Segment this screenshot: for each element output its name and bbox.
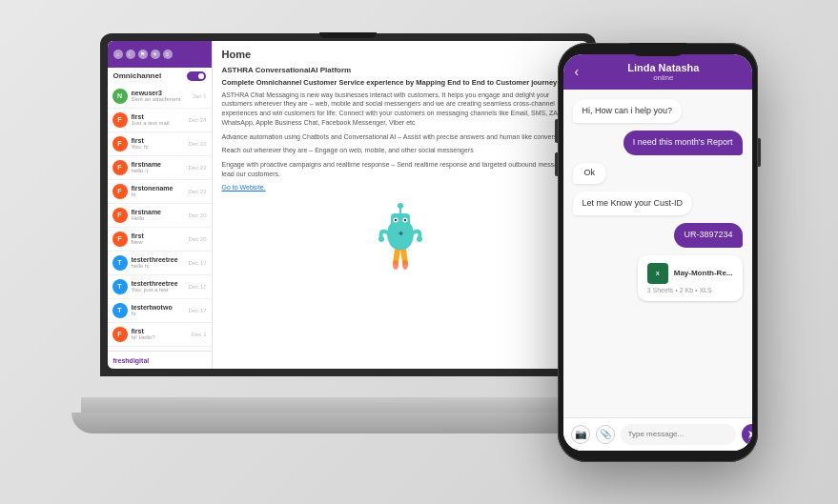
main-content: Home ASTHRA ConversationalAI Platform Co… [213, 41, 588, 369]
laptop-bezel: ⌂ ☾ ⚑ ✦ ≡ Omnichannel N newuser3 Sent an… [100, 33, 596, 376]
sidebar-item-8[interactable]: T testerthreetree You: just a test Dec 1… [108, 275, 212, 299]
message-bubble-2: I need this month's Report [623, 131, 743, 155]
icon-contacts[interactable]: ✦ [151, 50, 160, 59]
svg-point-4 [394, 219, 396, 221]
svg-point-12 [402, 260, 408, 270]
file-attachment: X May-Month-Re... 3 Sheets • 2 Kb • XLS [638, 255, 743, 301]
sidebar-items-list: N newuser3 Sent an attachment Jan 1 F fi… [108, 85, 212, 347]
sidebar-item-preview: Just a test mail [132, 120, 185, 126]
svg-point-9 [417, 236, 422, 242]
file-attachment-inner: X May-Month-Re... [647, 263, 733, 284]
sidebar-item-name: firstname [132, 161, 185, 168]
icon-bell[interactable]: ⚑ [138, 50, 148, 59]
avatar: F [112, 232, 128, 247]
sidebar-item-name: first [132, 328, 188, 334]
sidebar-item-preview: Hello [132, 215, 185, 221]
main-para-4: Engage with proactive campaigns and real… [222, 160, 579, 179]
phone-contact-name: Linda Natasha [586, 62, 740, 73]
sidebar-item-2[interactable]: F first You: hi Dec 22 [108, 132, 212, 156]
avatar: F [112, 184, 128, 199]
main-website-link[interactable]: Go to Website. [222, 184, 579, 191]
main-subtitle: ASTHRA ConversationalAI Platform [222, 66, 579, 74]
laptop: ⌂ ☾ ⚑ ✦ ≡ Omnichannel N newuser3 Sent an… [81, 33, 615, 472]
phone-screen: ‹ Linda Natasha online Hi, How can i hel… [563, 54, 752, 451]
sidebar-item-date: Dec 20 [188, 236, 206, 242]
svg-point-11 [393, 260, 399, 270]
main-para-2: Advance automation using Chatbots and Co… [222, 132, 579, 142]
sidebar-item-info: testertwotwo hi [132, 304, 185, 316]
sidebar-item-name: testerthreetree [132, 280, 185, 287]
sidebar-item-name: firstname [132, 209, 185, 215]
sidebar-item-preview: hello hi [132, 263, 185, 269]
sidebar-item-preview: hello :) [132, 168, 185, 173]
sidebar-toggle[interactable] [187, 71, 206, 81]
laptop-screen: ⌂ ☾ ⚑ ✦ ≡ Omnichannel N newuser3 Sent an… [108, 41, 588, 369]
sidebar-header-icons: ⌂ ☾ ⚑ ✦ ≡ [113, 50, 173, 59]
phone-bezel: ‹ Linda Natasha online Hi, How can i hel… [558, 43, 758, 462]
sidebar-item-6[interactable]: F first New Dec 20 [108, 228, 212, 252]
sidebar-item-date: Dec 24 [188, 117, 206, 123]
icon-home[interactable]: ⌂ [113, 50, 123, 59]
sidebar-item-info: testerthreetree hello hi [132, 256, 185, 269]
avatar: F [112, 327, 128, 342]
sidebar-item-5[interactable]: F firstname Hello Dec 20 [108, 204, 212, 228]
avatar: T [112, 303, 128, 318]
sidebar-item-name: firstonename [132, 185, 185, 192]
sidebar-item-date: Dec 1 [192, 332, 207, 337]
sidebar-item-10[interactable]: F first hi! Hello? Dec 1 [108, 323, 212, 347]
attachment-icon[interactable]: 📎 [596, 425, 615, 444]
sidebar-item-3[interactable]: F firstname hello :) Dec 22 [108, 156, 212, 180]
main-title: Home [222, 49, 579, 60]
sidebar-item-0[interactable]: N newuser3 Sent an attachment Jan 1 [108, 85, 212, 109]
svg-point-7 [398, 203, 403, 209]
sidebar-item-info: first hi! Hello? [132, 328, 188, 340]
phone-messages-list: Hi, How can i help you? I need this mont… [563, 90, 752, 417]
avatar: F [112, 208, 128, 223]
message-bubble-1: Hi, How can i help you? [573, 99, 683, 124]
phone-contact-info: Linda Natasha online [586, 62, 740, 82]
sidebar-item-name: testertwotwo [132, 304, 185, 311]
phone-chat-header: ‹ Linda Natasha online [563, 54, 752, 90]
main-para-1: ASTHRA Chat Messaging is new way busines… [222, 91, 579, 128]
sidebar-title-row: Omnichannel [108, 68, 212, 85]
sidebar-item-9[interactable]: T testertwotwo hi Dec 17 [108, 299, 212, 323]
avatar: N [112, 89, 128, 104]
sidebar-item-name: first [132, 232, 185, 239]
sidebar-item-info: newuser3 Sent an attachment [132, 90, 189, 102]
sidebar-item-date: Jan 1 [193, 93, 207, 99]
main-bold-text: Complete Omnichannel Customer Service ex… [222, 78, 579, 87]
sidebar-item-7[interactable]: T testerthreetree hello hi Dec 17 [108, 252, 212, 275]
sidebar-item-preview: hi [132, 311, 185, 316]
svg-text:✦: ✦ [397, 230, 403, 238]
sidebar-item-preview: hi! Hello? [132, 334, 188, 340]
laptop-bottom [72, 413, 624, 433]
svg-point-5 [403, 219, 405, 221]
sidebar-item-date: Dec 17 [188, 308, 206, 313]
laptop-camera-notch [319, 32, 377, 38]
file-meta: 3 Sheets • 2 Kb • XLS [647, 287, 733, 293]
sidebar-item-info: firstname Hello [132, 209, 185, 221]
sidebar-item-4[interactable]: F firstonename hi Dec 22 [108, 180, 212, 204]
sidebar-item-date: Dec 17 [188, 260, 206, 266]
xls-file-icon: X [647, 263, 668, 284]
phone-back-button[interactable]: ‹ [575, 64, 580, 79]
sidebar-item-info: firstonename hi [132, 185, 185, 197]
camera-icon[interactable]: 📷 [571, 425, 590, 444]
message-input[interactable] [621, 424, 736, 445]
sidebar-item-1[interactable]: F first Just a test mail Dec 24 [108, 109, 212, 132]
icon-settings[interactable]: ≡ [163, 50, 173, 59]
sidebar-logo: freshdigital [113, 357, 150, 364]
icon-chat[interactable]: ☾ [126, 50, 135, 59]
sidebar-item-preview: New [132, 239, 185, 245]
sidebar-item-date: Dec 22 [188, 189, 206, 194]
sidebar: ⌂ ☾ ⚑ ✦ ≡ Omnichannel N newuser3 Sent an… [108, 41, 213, 369]
sidebar-header: ⌂ ☾ ⚑ ✦ ≡ [108, 41, 212, 68]
phone-vol-up-button [555, 119, 558, 143]
sidebar-item-date: Dec 20 [188, 212, 206, 218]
sidebar-item-preview: Sent an attachment [132, 96, 189, 102]
sidebar-item-preview: You: hi [132, 144, 185, 150]
send-button[interactable] [742, 424, 752, 445]
phone-notch [629, 43, 686, 56]
sidebar-item-name: newuser3 [132, 90, 189, 96]
avatar: T [112, 279, 128, 294]
